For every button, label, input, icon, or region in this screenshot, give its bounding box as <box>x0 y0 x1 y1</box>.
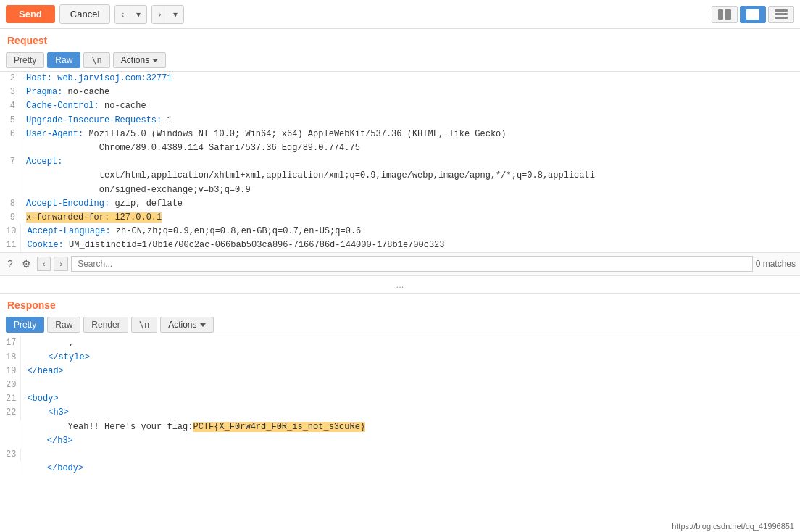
next-button[interactable]: › <box>152 6 167 23</box>
table-row: 19 </head> <box>0 365 800 378</box>
svg-rect-2 <box>746 9 759 20</box>
match-count: 0 matches <box>756 259 796 269</box>
table-row: 11 Cookie: UM_distinctid=178b1e700c2ac-0… <box>0 238 800 252</box>
svg-rect-4 <box>775 13 788 15</box>
response-tab-bar: Pretty Raw Render \n Actions <box>0 314 800 336</box>
response-tab-pretty[interactable]: Pretty <box>6 317 44 333</box>
table-row: 6 User-Agent: Mozilla/5.0 (Windows NT 10… <box>0 128 800 155</box>
table-row: 9 x-forwarded-for: 127.0.0.1 <box>0 211 800 225</box>
svg-rect-0 <box>718 9 723 20</box>
response-actions-button[interactable]: Actions <box>160 317 213 333</box>
table-row: 10 Accept-Language: zh-CN,zh;q=0.9,en;q=… <box>0 225 800 238</box>
request-tab-bar: Pretty Raw \n Actions <box>0 49 800 72</box>
collapse-dots: ... <box>0 276 800 294</box>
table-row: 23 <box>0 448 800 462</box>
nav-next-group: › ▾ <box>151 5 184 24</box>
request-actions-button[interactable]: Actions <box>113 52 166 68</box>
response-tab-render[interactable]: Render <box>83 317 128 333</box>
table-row: 20 <box>0 378 800 392</box>
search-bar: ? ⚙ ‹ › 0 matches <box>0 252 800 275</box>
table-row: </body> <box>0 462 800 475</box>
request-tab-newline[interactable]: \n <box>83 52 109 68</box>
actions-chevron-icon <box>152 59 158 62</box>
view-mode-buttons <box>712 6 794 23</box>
svg-rect-3 <box>775 9 788 12</box>
request-title: Request <box>0 29 800 49</box>
settings-icon-button[interactable]: ⚙ <box>19 257 34 271</box>
help-icon-button[interactable]: ? <box>4 257 16 271</box>
table-row: 8 Accept-Encoding: gzip, deflate <box>0 197 800 211</box>
svg-rect-1 <box>725 9 731 20</box>
table-row: 17 , <box>0 336 800 350</box>
response-code-area: 17 , 18 </style> 19 </head> 20 21 <body>… <box>0 336 800 475</box>
prev-dropdown-button[interactable]: ▾ <box>130 6 146 23</box>
send-button[interactable]: Send <box>6 5 55 23</box>
search-next-button[interactable]: › <box>54 257 68 271</box>
table-row: </h3> <box>0 434 800 448</box>
table-row: 18 </style> <box>0 351 800 365</box>
next-dropdown-button[interactable]: ▾ <box>167 6 183 23</box>
table-row: 21 <body> <box>0 392 800 406</box>
response-section: Response Pretty Raw Render \n Actions 17… <box>0 294 800 475</box>
table-row: 2 Host: web.jarvisoj.com:32771 <box>0 72 800 86</box>
split-view-button[interactable] <box>712 6 738 23</box>
top-toolbar: Send Cancel ‹ ▾ › ▾ <box>0 0 800 29</box>
table-row: 4 Cache-Control: no-cache <box>0 99 800 113</box>
search-input[interactable] <box>71 256 753 272</box>
single-view-button[interactable] <box>740 6 766 23</box>
table-row: 7 Accept: text/html,application/xhtml+xm… <box>0 155 800 197</box>
request-tab-raw[interactable]: Raw <box>47 52 80 68</box>
request-tab-pretty[interactable]: Pretty <box>6 52 44 68</box>
search-prev-button[interactable]: ‹ <box>37 257 51 271</box>
request-code-area: 2 Host: web.jarvisoj.com:32771 3 Pragma:… <box>0 72 800 252</box>
table-row: Yeah!! Here's your flag:PCTF{X_F0rw4rd_F… <box>0 420 800 434</box>
response-tab-newline[interactable]: \n <box>131 317 157 333</box>
svg-rect-5 <box>775 17 788 19</box>
response-title: Response <box>0 294 800 314</box>
prev-button[interactable]: ‹ <box>115 6 130 23</box>
table-row: 3 Pragma: no-cache <box>0 86 800 99</box>
nav-prev-group: ‹ ▾ <box>114 5 147 24</box>
response-actions-chevron-icon <box>200 323 206 327</box>
cancel-button[interactable]: Cancel <box>59 4 110 24</box>
table-row: 22 <h3> <box>0 406 800 420</box>
response-tab-raw[interactable]: Raw <box>47 317 80 333</box>
list-view-button[interactable] <box>768 6 794 23</box>
table-row: 5 Upgrade-Insecure-Requests: 1 <box>0 114 800 128</box>
request-section: Request Pretty Raw \n Actions 2 Host: we… <box>0 29 800 276</box>
